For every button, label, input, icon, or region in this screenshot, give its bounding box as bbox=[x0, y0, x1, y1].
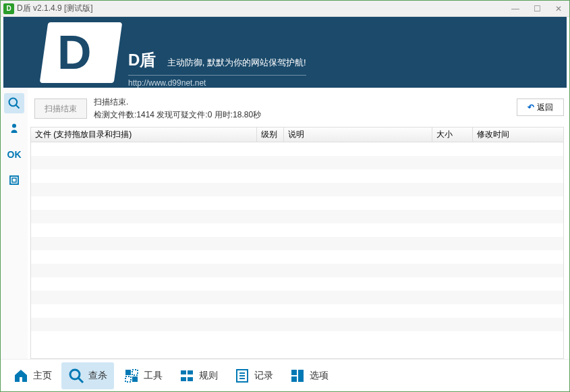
table-row bbox=[31, 264, 563, 277]
svg-rect-14 bbox=[188, 377, 193, 381]
svg-rect-4 bbox=[12, 178, 16, 182]
sidebar-ok-icon[interactable]: OK bbox=[4, 144, 24, 165]
svg-point-0 bbox=[9, 99, 18, 107]
svg-rect-21 bbox=[291, 376, 297, 382]
app-icon: D bbox=[3, 3, 14, 14]
svg-rect-9 bbox=[125, 376, 131, 382]
banner-tagline: 主动防御, 默默为你的网站保驾护航! bbox=[167, 57, 306, 69]
tab-tools[interactable]: 工具 bbox=[117, 362, 169, 389]
tab-rules[interactable]: 规则 bbox=[172, 362, 225, 389]
svg-line-1 bbox=[16, 105, 20, 109]
logo bbox=[17, 17, 125, 88]
table-row bbox=[31, 169, 563, 183]
table-row bbox=[31, 183, 563, 196]
svg-line-6 bbox=[78, 378, 83, 383]
bottom-tabs: 主页 查杀 工具 规则 记录 选项 bbox=[1, 359, 569, 391]
tab-scan[interactable]: 查杀 bbox=[61, 362, 114, 389]
content: 扫描结束 扫描结束. 检测文件数:1414 发现可疑文件:0 用时:18.80秒… bbox=[28, 88, 569, 359]
status-text: 扫描结束. 检测文件数:1414 发现可疑文件:0 用时:18.80秒 bbox=[94, 94, 510, 121]
col-desc[interactable]: 说明 bbox=[284, 128, 432, 142]
svg-rect-10 bbox=[132, 376, 138, 382]
status-line1: 扫描结束. bbox=[94, 96, 510, 109]
return-button[interactable]: ↶ 返回 bbox=[517, 99, 564, 116]
home-icon bbox=[13, 368, 29, 384]
maximize-button[interactable]: ☐ bbox=[529, 3, 545, 14]
table-row bbox=[31, 250, 563, 264]
table-row bbox=[31, 277, 563, 291]
table-row bbox=[31, 156, 563, 169]
return-label: 返回 bbox=[537, 102, 553, 113]
tab-tools-label: 工具 bbox=[144, 370, 163, 382]
window-title: D盾 v2.1.4.9 [测试版] bbox=[17, 3, 507, 14]
ok-label: OK bbox=[7, 149, 22, 160]
banner-app-name: D盾 bbox=[128, 49, 156, 71]
undo-icon: ↶ bbox=[528, 103, 534, 112]
svg-rect-3 bbox=[10, 176, 18, 184]
table-row bbox=[31, 291, 563, 304]
svg-rect-12 bbox=[188, 370, 193, 374]
table-row bbox=[31, 304, 563, 318]
table-row bbox=[31, 223, 563, 237]
top-controls: 扫描结束 扫描结束. 检测文件数:1414 发现可疑文件:0 用时:18.80秒… bbox=[30, 92, 564, 127]
rules-icon bbox=[179, 368, 195, 384]
col-time[interactable]: 修改时间 bbox=[473, 128, 563, 142]
minimize-button[interactable]: — bbox=[507, 3, 523, 14]
results-table: 文件 (支持拖放目录和扫描) 级别 说明 大小 修改时间 bbox=[30, 127, 564, 359]
tab-options[interactable]: 选项 bbox=[283, 362, 335, 389]
svg-rect-7 bbox=[125, 370, 131, 375]
table-row bbox=[31, 196, 563, 210]
svg-rect-13 bbox=[181, 377, 186, 381]
table-row bbox=[31, 318, 563, 331]
svg-point-5 bbox=[70, 370, 80, 379]
banner: D盾 主动防御, 默默为你的网站保驾护航! http://www.d99net.… bbox=[3, 17, 567, 88]
tab-records[interactable]: 记录 bbox=[227, 362, 280, 389]
svg-rect-20 bbox=[298, 370, 304, 382]
tab-home-label: 主页 bbox=[33, 370, 52, 382]
search-icon bbox=[68, 368, 84, 384]
tab-home[interactable]: 主页 bbox=[6, 362, 59, 389]
banner-url: http://www.d99net.net bbox=[128, 75, 306, 88]
table-body bbox=[31, 142, 563, 345]
table-row bbox=[31, 210, 563, 223]
col-file[interactable]: 文件 (支持拖放目录和扫描) bbox=[31, 128, 257, 142]
window-buttons: — ☐ ✕ bbox=[507, 3, 567, 14]
table-header: 文件 (支持拖放目录和扫描) 级别 说明 大小 修改时间 bbox=[31, 128, 563, 142]
col-level[interactable]: 级别 bbox=[257, 128, 284, 142]
titlebar: D D盾 v2.1.4.9 [测试版] — ☐ ✕ bbox=[1, 1, 569, 17]
tools-icon bbox=[123, 368, 140, 384]
sidebar-log-icon[interactable] bbox=[4, 170, 24, 190]
main-area: OK 扫描结束 扫描结束. 检测文件数:1414 发现可疑文件:0 用时:18.… bbox=[1, 88, 569, 359]
sidebar: OK bbox=[1, 88, 28, 359]
svg-point-2 bbox=[12, 124, 16, 128]
options-icon bbox=[289, 368, 306, 384]
svg-rect-19 bbox=[291, 370, 297, 375]
close-button[interactable]: ✕ bbox=[550, 3, 567, 14]
sidebar-monitor-icon[interactable] bbox=[4, 119, 24, 139]
col-size[interactable]: 大小 bbox=[432, 128, 473, 142]
table-row bbox=[31, 237, 563, 250]
tab-scan-label: 查杀 bbox=[88, 370, 107, 382]
table-row bbox=[31, 331, 563, 345]
records-icon bbox=[234, 368, 250, 384]
status-line2: 检测文件数:1414 发现可疑文件:0 用时:18.80秒 bbox=[94, 109, 510, 121]
scan-end-button: 扫描结束 bbox=[34, 99, 87, 119]
tab-rules-label: 规则 bbox=[199, 370, 218, 382]
sidebar-scan-icon[interactable] bbox=[4, 93, 24, 113]
svg-rect-8 bbox=[132, 370, 138, 375]
table-row bbox=[31, 142, 563, 156]
svg-rect-11 bbox=[181, 370, 186, 374]
tab-options-label: 选项 bbox=[310, 370, 329, 382]
tab-records-label: 记录 bbox=[254, 370, 273, 382]
